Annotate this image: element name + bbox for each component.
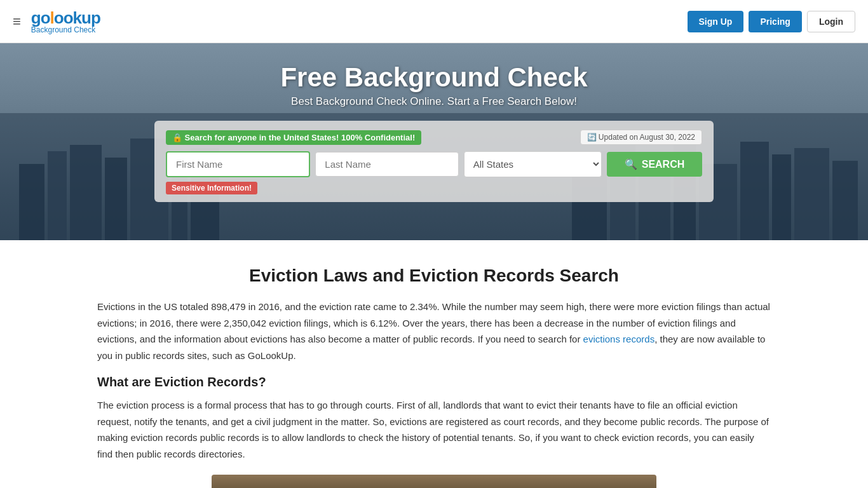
search-button[interactable]: 🔍 SEARCH <box>607 152 702 177</box>
first-name-input[interactable] <box>166 151 310 177</box>
header-left: ≡ golookup Background Check <box>13 8 100 34</box>
pricing-button[interactable]: Pricing <box>749 11 801 32</box>
sensitive-badge: Sensitive Information! <box>166 182 257 194</box>
search-box: 🔒 Search for anyone in the United States… <box>154 121 714 202</box>
updated-badge: 🔄 Updated on August 30, 2022 <box>580 130 702 145</box>
search-inputs: All States AlabamaAlaskaArizona Arkansas… <box>166 151 702 177</box>
hero-subtitle: Best Background Check Online. Start a Fr… <box>291 95 577 108</box>
last-name-input[interactable] <box>315 152 458 177</box>
logo[interactable]: golookup Background Check <box>31 8 100 34</box>
paragraph-1: Evictions in the US totaled 898,479 in 2… <box>97 299 771 363</box>
search-top-row: 🔒 Search for anyone in the United States… <box>166 130 702 145</box>
login-button[interactable]: Login <box>807 11 855 32</box>
hero-title: Free Background Check <box>280 62 587 93</box>
logo-subtitle: Background Check <box>31 25 100 34</box>
hero-content: Free Background Check Best Background Ch… <box>0 62 868 202</box>
header-nav: Sign Up Pricing Login <box>688 11 855 32</box>
signup-button[interactable]: Sign Up <box>688 11 744 32</box>
paragraph-2: The eviction process is a formal process… <box>97 397 771 462</box>
subsection-title: What are Eviction Records? <box>97 375 771 390</box>
state-select[interactable]: All States AlabamaAlaskaArizona Arkansas… <box>464 151 602 177</box>
search-button-label: SEARCH <box>642 159 685 170</box>
site-header: ≡ golookup Background Check Sign Up Pric… <box>0 0 868 43</box>
eviction-records-link[interactable]: evictions records <box>583 334 655 344</box>
main-section-title: Eviction Laws and Eviction Records Searc… <box>97 266 771 286</box>
hero-section: Free Background Check Best Background Ch… <box>0 43 868 240</box>
menu-icon[interactable]: ≡ <box>13 13 21 30</box>
confidential-badge: 🔒 Search for anyone in the United States… <box>166 130 421 145</box>
main-content: Eviction Laws and Eviction Records Searc… <box>78 240 790 488</box>
bottom-image <box>212 475 656 488</box>
search-icon: 🔍 <box>625 158 637 170</box>
